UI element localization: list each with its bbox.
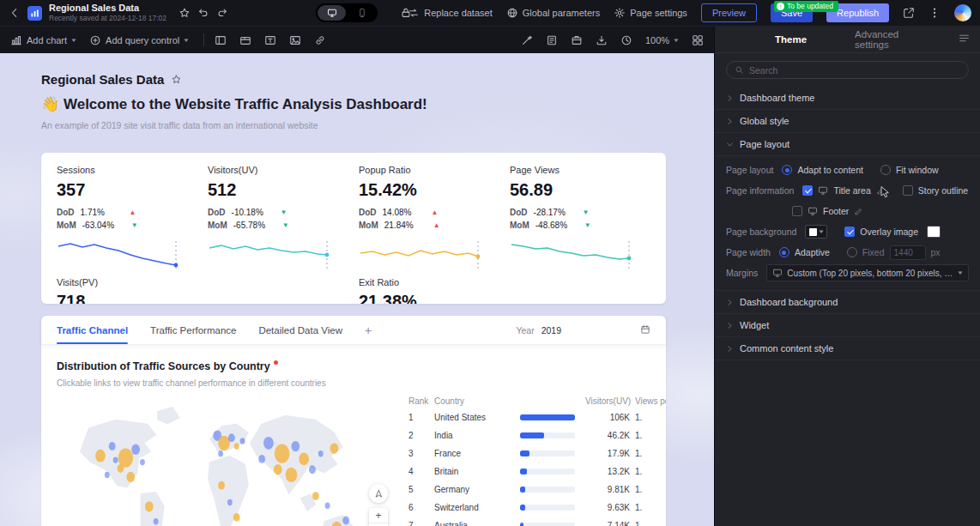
map-bubble[interactable] bbox=[286, 468, 298, 482]
panel-collapse-icon[interactable] bbox=[959, 33, 970, 45]
map-bubble[interactable] bbox=[218, 481, 225, 490]
mobile-mode-button[interactable] bbox=[348, 5, 376, 21]
section-global-style[interactable]: Global style bbox=[715, 110, 980, 133]
section-page-layout[interactable]: Page layout bbox=[715, 133, 980, 156]
kpi-visitors-uv[interactable]: Visitors(UV)512DoD-10.18%▼MoM-65.78%▼ bbox=[203, 165, 354, 277]
checkbox-title-area[interactable] bbox=[802, 185, 813, 196]
section-dashboard-background[interactable]: Dashboard background bbox=[715, 291, 980, 314]
map-bubble[interactable] bbox=[234, 443, 239, 449]
country-cell[interactable]: Britain bbox=[434, 467, 515, 476]
kpi-popup-ratio[interactable]: Popup Ratio15.42%DoD14.08%▲MoM21.84%▲ bbox=[354, 165, 505, 277]
report-icon[interactable] bbox=[546, 34, 558, 46]
country-cell[interactable]: Switzerland bbox=[434, 503, 515, 512]
map-zoom-control[interactable]: +− bbox=[369, 508, 388, 526]
margins-dropdown[interactable]: Custom (Top 20 pixels, bottom 20 pixels,… bbox=[766, 264, 969, 281]
section-common-content-style[interactable]: Common content style bbox=[715, 337, 980, 360]
country-row-united-states[interactable]: 1United States106K1. bbox=[408, 408, 666, 426]
checkbox-label[interactable]: Overlay image bbox=[860, 227, 918, 237]
map-bubble[interactable] bbox=[263, 437, 274, 450]
export-icon[interactable] bbox=[596, 34, 608, 46]
preview-button[interactable]: Preview bbox=[701, 3, 757, 22]
radio-fit-window[interactable] bbox=[880, 165, 891, 175]
map-bubble[interactable] bbox=[309, 465, 316, 474]
history-icon[interactable] bbox=[620, 34, 632, 46]
insert-image-icon[interactable] bbox=[289, 34, 301, 46]
map-bubble[interactable] bbox=[233, 513, 240, 522]
undo-icon[interactable] bbox=[197, 7, 209, 19]
insert-text-icon[interactable] bbox=[264, 34, 276, 46]
map-bubble[interactable] bbox=[274, 464, 282, 475]
zoom-in-button[interactable]: + bbox=[369, 508, 388, 523]
map-bubble[interactable] bbox=[299, 452, 309, 465]
checkbox-footer[interactable] bbox=[792, 206, 802, 216]
kpi-card-widget[interactable]: Sessions357DoD1.71%▲MoM-63.04%▼Visitors(… bbox=[41, 153, 666, 304]
desktop-mode-button[interactable] bbox=[318, 5, 346, 21]
redo-icon[interactable] bbox=[216, 7, 228, 19]
plan-icon[interactable] bbox=[571, 34, 583, 46]
radio-fixed[interactable] bbox=[847, 247, 857, 257]
map-bubble[interactable] bbox=[95, 450, 106, 463]
section-dashboard-theme[interactable]: Dashboard theme bbox=[715, 87, 980, 110]
add-query-control-button[interactable]: Add query control▼ bbox=[89, 34, 189, 46]
map-bubble[interactable] bbox=[258, 455, 265, 463]
map-bubble[interactable] bbox=[240, 438, 245, 444]
insert-container-icon[interactable] bbox=[215, 34, 227, 46]
map-bubble[interactable] bbox=[312, 492, 319, 500]
zoom-control[interactable]: 100%▼ bbox=[645, 35, 679, 45]
map-bubble[interactable] bbox=[318, 450, 324, 456]
map-bubble[interactable] bbox=[227, 499, 233, 505]
map-bubble[interactable] bbox=[154, 518, 159, 524]
lock-icon[interactable] bbox=[400, 7, 412, 19]
more-options-icon[interactable] bbox=[929, 7, 941, 19]
favorite-star-icon[interactable] bbox=[178, 7, 191, 19]
kpi-exit-ratio[interactable]: Exit Ratio21.38% bbox=[354, 277, 505, 304]
add-tab-button[interactable]: + bbox=[365, 316, 372, 344]
country-row-france[interactable]: 3France17.9K1. bbox=[408, 444, 666, 463]
country-row-britain[interactable]: 4Britain13.2K1. bbox=[408, 463, 666, 481]
map-bubble[interactable] bbox=[109, 442, 116, 450]
page-favorite-star-icon[interactable] bbox=[171, 74, 182, 85]
checkbox-overlay-image[interactable] bbox=[844, 227, 855, 237]
country-cell[interactable]: France bbox=[434, 449, 515, 458]
tab-detailed-data-view[interactable]: Detailed Data View bbox=[258, 316, 342, 344]
checkbox-label[interactable]: Title area bbox=[833, 185, 870, 196]
radio-label[interactable]: Fixed bbox=[862, 247, 885, 257]
checkbox-label[interactable]: Story outline bbox=[918, 185, 968, 196]
country-cell[interactable]: India bbox=[434, 431, 515, 440]
replace-dataset-button[interactable]: Replace dataset bbox=[408, 7, 493, 19]
page-background-color-picker[interactable]: ▼ bbox=[805, 225, 827, 239]
beautify-icon[interactable] bbox=[521, 34, 533, 46]
back-button[interactable] bbox=[9, 7, 21, 19]
map-bubble[interactable] bbox=[330, 443, 339, 453]
search-input[interactable] bbox=[749, 65, 960, 76]
radio-label[interactable]: Fit window bbox=[896, 165, 939, 175]
radio-label[interactable]: Adaptive bbox=[795, 247, 830, 257]
device-mode-toggle[interactable] bbox=[316, 3, 378, 22]
global-parameters-button[interactable]: Global parameters bbox=[506, 7, 601, 19]
country-row-germany[interactable]: 5Germany9.81K1. bbox=[408, 481, 666, 499]
world-bubble-map[interactable]: +− bbox=[57, 396, 393, 526]
map-bubble[interactable] bbox=[140, 459, 145, 465]
country-cell[interactable]: Germany bbox=[434, 485, 515, 494]
map-bubble[interactable] bbox=[218, 436, 230, 450]
checkbox-label[interactable]: Footer bbox=[823, 206, 849, 216]
fixed-width-input[interactable] bbox=[890, 245, 926, 260]
tab-theme[interactable]: Theme bbox=[775, 34, 807, 45]
country-cell[interactable]: United States bbox=[434, 413, 515, 422]
insert-link-icon[interactable] bbox=[314, 34, 326, 46]
country-cell[interactable]: Australia bbox=[434, 521, 515, 526]
year-filter[interactable]: Year 2019 bbox=[516, 324, 650, 336]
insert-tab-icon[interactable] bbox=[239, 34, 251, 46]
share-export-icon[interactable] bbox=[903, 7, 915, 19]
map-bubble[interactable] bbox=[131, 444, 140, 455]
radio-label[interactable]: Adapt to content bbox=[797, 165, 862, 175]
country-row-australia[interactable]: 7Australia7.14K1. bbox=[408, 517, 666, 526]
checkbox-story-outline[interactable] bbox=[903, 185, 913, 196]
map-bubble[interactable] bbox=[118, 464, 124, 473]
map-bubble[interactable] bbox=[291, 441, 299, 451]
add-chart-button[interactable]: Add chart▼ bbox=[10, 34, 76, 46]
calendar-icon[interactable] bbox=[640, 324, 650, 336]
map-bubble[interactable] bbox=[275, 444, 290, 463]
map-bubble[interactable] bbox=[105, 472, 110, 478]
page-settings-button[interactable]: Page settings bbox=[614, 7, 687, 19]
